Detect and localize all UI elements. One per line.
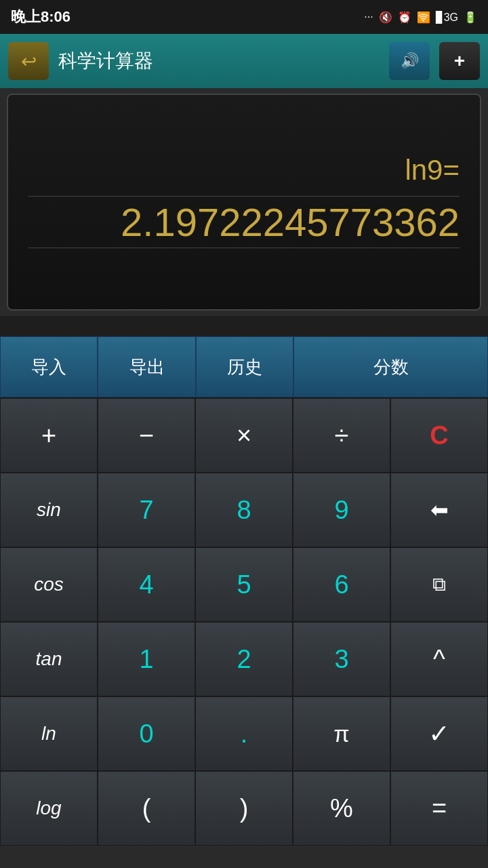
display-divider2 xyxy=(28,248,460,248)
row-3: cos 4 5 6 ⧉ xyxy=(0,547,488,621)
back-icon: ↩ xyxy=(21,50,37,73)
key-5[interactable]: 5 xyxy=(195,547,293,622)
key-2[interactable]: 2 xyxy=(195,622,293,696)
app-header: ↩ 科学计算器 🔊 + xyxy=(0,34,488,88)
signal-icon: ··· xyxy=(364,11,373,23)
key-4[interactable]: 4 xyxy=(98,547,195,622)
copy-icon: ⧉ xyxy=(432,574,446,596)
fraction-button[interactable]: 分数 xyxy=(293,336,488,397)
status-bar: 晚上8:06 ··· 🔇 ⏰ 🛜 ▊3G 🔋 xyxy=(0,0,488,34)
expression-display: ln9= xyxy=(28,154,460,186)
calculator-display: ln9= 2.19722245773362 xyxy=(7,94,481,311)
display-divider1 xyxy=(28,196,460,197)
cos-button[interactable]: cos xyxy=(0,547,98,622)
sound-button[interactable]: 🔊 xyxy=(389,42,430,80)
back-button[interactable]: ↩ xyxy=(8,42,49,80)
mute-icon: 🔇 xyxy=(379,11,392,24)
confirm-button[interactable]: ✓ xyxy=(390,696,488,771)
row-2: sin 7 8 9 ⬅ xyxy=(0,472,488,547)
key-0[interactable]: 0 xyxy=(98,696,195,771)
sound-icon: 🔊 xyxy=(401,52,419,70)
clear-button[interactable]: C xyxy=(390,398,488,473)
status-icons: ··· 🔇 ⏰ 🛜 ▊3G 🔋 xyxy=(364,11,477,24)
backspace-button[interactable]: ⬅ xyxy=(390,473,488,547)
dot-button[interactable]: . xyxy=(195,696,293,771)
key-3[interactable]: 3 xyxy=(293,622,390,696)
import-button[interactable]: 导入 xyxy=(0,336,98,397)
equals-button[interactable]: = xyxy=(390,771,488,846)
keypad: 导入 导出 历史 分数 + − × ÷ C sin 7 8 9 ⬅ cos 4 … xyxy=(0,336,488,845)
history-button[interactable]: 历史 xyxy=(196,336,293,397)
percent-button[interactable]: % xyxy=(293,771,390,846)
add-icon: + xyxy=(454,50,465,72)
result-display: 2.19722245773362 xyxy=(28,199,460,245)
battery-icon: 🔋 xyxy=(464,11,477,24)
divide-button[interactable]: ÷ xyxy=(293,398,390,473)
lparen-button[interactable]: ( xyxy=(98,771,195,846)
ln-button[interactable]: ln xyxy=(0,696,98,771)
row-5: ln 0 . π ✓ xyxy=(0,696,488,770)
network-icon: ▊3G xyxy=(436,11,458,24)
pi-button[interactable]: π xyxy=(293,696,390,771)
minus-button[interactable]: − xyxy=(98,398,195,473)
row-4: tan 1 2 3 ^ xyxy=(0,621,488,696)
sin-button[interactable]: sin xyxy=(0,473,98,547)
status-time: 晚上8:06 xyxy=(11,7,70,27)
copy-button[interactable]: ⧉ xyxy=(390,547,488,622)
backspace-icon: ⬅ xyxy=(430,497,449,523)
wifi-icon: 🛜 xyxy=(417,11,430,24)
top-function-row: 导入 导出 历史 分数 xyxy=(0,336,488,397)
key-8[interactable]: 8 xyxy=(195,473,293,547)
operator-row: + − × ÷ C xyxy=(0,397,488,472)
export-button[interactable]: 导出 xyxy=(98,336,195,397)
log-button[interactable]: log xyxy=(0,771,98,846)
plus-button[interactable]: + xyxy=(0,398,98,473)
add-button[interactable]: + xyxy=(439,42,480,80)
power-button[interactable]: ^ xyxy=(390,622,488,696)
multiply-button[interactable]: × xyxy=(195,398,293,473)
key-9[interactable]: 9 xyxy=(293,473,390,547)
tan-button[interactable]: tan xyxy=(0,622,98,696)
alarm-icon: ⏰ xyxy=(398,11,411,24)
rparen-button[interactable]: ) xyxy=(195,771,293,846)
key-7[interactable]: 7 xyxy=(98,473,195,547)
app-title: 科学计算器 xyxy=(58,48,380,74)
separator xyxy=(0,316,488,336)
key-6[interactable]: 6 xyxy=(293,547,390,622)
key-1[interactable]: 1 xyxy=(98,622,195,696)
row-6: log ( ) % = xyxy=(0,770,488,845)
